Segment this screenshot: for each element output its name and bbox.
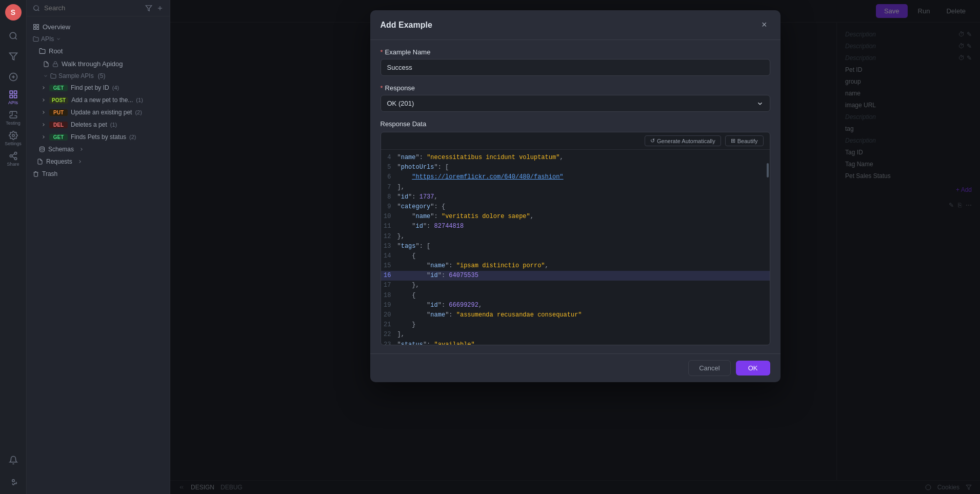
response-chevron-icon (756, 100, 764, 107)
sidebar-item-overview[interactable]: Overview (27, 21, 170, 33)
code-line-4: 4 "name": "necessitatibus incidunt volup… (381, 153, 770, 163)
generate-automatically-button[interactable]: ↺ Generate Automatically (645, 135, 721, 146)
code-toolbar: ↺ Generate Automatically ⊞ Beautify (381, 132, 770, 150)
beautify-button[interactable]: ⊞ Beautify (725, 135, 764, 146)
sidebar-item-apis[interactable]: APIs (27, 33, 170, 45)
search-input[interactable] (44, 4, 141, 12)
sample-apis-label: Sample APIs (58, 72, 94, 80)
sidebar-item-settings-icon[interactable]: Settings (4, 129, 23, 148)
svg-line-14 (12, 156, 14, 158)
schemas-icon (39, 146, 45, 152)
trash-icon (33, 171, 39, 177)
sidebar-item-schemas[interactable]: Schemas (27, 143, 170, 155)
cancel-button[interactable]: Cancel (688, 360, 730, 376)
api-item-add-pet[interactable]: POST Add a new pet to the... (1) (27, 94, 170, 106)
response-select-value: OK (201) (387, 100, 414, 107)
sidebar-item-trash[interactable]: Trash (27, 168, 170, 180)
sidebar-item-requests[interactable]: Requests (27, 155, 170, 168)
api-chevron-icon2 (41, 97, 46, 103)
schemas-label: Schemas (48, 146, 74, 153)
file-icon (43, 61, 49, 67)
svg-marker-19 (146, 5, 152, 11)
code-line-8: 8 "id": 1737, (381, 192, 770, 202)
notification-icon[interactable] (4, 451, 23, 469)
api-chevron-icon (41, 85, 46, 90)
testing-rail-label: Testing (6, 121, 21, 126)
response-select[interactable]: OK (201) (381, 95, 770, 112)
api-item-finds-by-status[interactable]: GET Finds Pets by status (2) (27, 131, 170, 143)
svg-rect-7 (14, 91, 16, 93)
api-chevron-icon5 (41, 134, 46, 140)
code-line-22: 22 ], (381, 330, 770, 340)
ok-button[interactable]: OK (736, 361, 770, 376)
api-count-update-pet: (2) (135, 109, 142, 115)
sidebar-item-filter[interactable] (4, 47, 23, 66)
svg-point-17 (34, 5, 38, 10)
add-item-icon[interactable] (156, 5, 164, 12)
sidebar-item-share-icon[interactable]: Share (4, 150, 23, 168)
svg-point-13 (14, 157, 17, 160)
add-example-modal: Add Example × * Example Name * Response … (370, 10, 781, 382)
api-count-add-pet: (1) (136, 97, 143, 103)
code-line-21: 21 } (381, 320, 770, 330)
sample-apis-chevron-down (43, 73, 48, 78)
code-line-23: 23 "status": "available" (381, 340, 770, 345)
svg-point-11 (14, 152, 17, 155)
api-item-update-pet[interactable]: PUT Update an existing pet (2) (27, 106, 170, 118)
beautify-label: Beautify (737, 138, 758, 144)
sidebar-item-add[interactable] (4, 68, 23, 86)
modal-overlay: Add Example × * Example Name * Response … (170, 0, 980, 494)
code-line-6: 6 "https://loremflickr.com/640/480/fashi… (381, 172, 770, 182)
code-line-19: 19 "id": 66699292, (381, 301, 770, 310)
sidebar-header (27, 0, 170, 16)
svg-point-12 (10, 155, 12, 157)
sidebar: Overview APIs Root (27, 0, 170, 494)
code-editor: ↺ Generate Automatically ⊞ Beautify 4 "n… (381, 132, 770, 345)
sidebar-sample-apis-header[interactable]: Sample APIs (5) (27, 70, 170, 82)
response-label: * Response (381, 84, 770, 92)
svg-rect-22 (34, 25, 36, 27)
sidebar-item-search[interactable] (4, 27, 23, 45)
icon-rail: S APIs Testing (0, 0, 27, 494)
apis-folder-icon (33, 36, 39, 42)
modal-close-button[interactable]: × (758, 18, 770, 31)
api-item-find-pet[interactable]: GET Find pet by ID (4) (27, 82, 170, 94)
example-name-required: * (381, 48, 383, 56)
modal-header: Add Example × (370, 10, 781, 40)
sidebar-item-testing-icon[interactable]: Testing (4, 109, 23, 127)
requests-chevron (77, 159, 83, 164)
api-name-finds-by-status: Finds Pets by status (71, 133, 126, 141)
root-label: Root (49, 47, 63, 55)
avatar[interactable]: S (5, 4, 22, 21)
root-folder-icon (39, 48, 46, 54)
sidebar-item-root[interactable]: Root (27, 45, 170, 57)
code-content[interactable]: 4 "name": "necessitatibus incidunt volup… (381, 150, 770, 345)
api-item-delete-pet[interactable]: DEL Deletes a pet (1) (27, 118, 170, 131)
svg-rect-9 (14, 95, 16, 98)
filter-icon[interactable] (145, 5, 152, 12)
sidebar-content: Overview APIs Root (27, 16, 170, 494)
code-line-10: 10 "name": "veritatis dolore saepe", (381, 212, 770, 222)
search-icon (33, 5, 40, 12)
sample-apis-count: (5) (98, 72, 106, 80)
trash-label: Trash (42, 170, 57, 177)
code-line-11: 11 "id": 82744818 (381, 222, 770, 231)
code-line-18: 18 { (381, 291, 770, 301)
sidebar-item-walkthrough[interactable]: Walk through Apidog (27, 57, 170, 70)
code-line-20: 20 "name": "assumenda recusandae consequ… (381, 310, 770, 320)
apis-label: APIs (41, 35, 54, 43)
api-chevron-icon4 (41, 122, 46, 127)
gear-icon[interactable] (4, 471, 23, 490)
svg-point-0 (10, 32, 16, 38)
method-badge-put: PUT (49, 109, 68, 116)
svg-rect-26 (53, 64, 58, 67)
overview-label: Overview (43, 23, 70, 31)
code-line-13: 13 "tags": [ (381, 242, 770, 251)
example-name-input[interactable] (381, 59, 770, 76)
lock-icon (52, 61, 58, 67)
requests-icon (37, 159, 43, 165)
apis-rail-label: APIs (8, 100, 18, 105)
sidebar-item-apis-icon[interactable]: APIs (4, 88, 23, 107)
method-badge-get2: GET (49, 134, 68, 141)
response-data-label: Response Data (381, 120, 770, 128)
